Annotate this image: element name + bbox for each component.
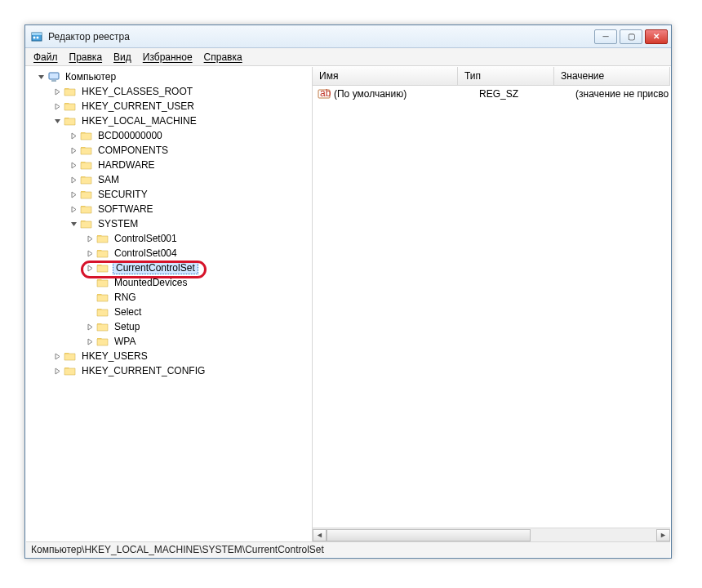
expand-icon[interactable] (69, 175, 78, 185)
collapse-icon[interactable] (69, 219, 78, 229)
menu-file[interactable]: Файл (33, 51, 58, 63)
col-value[interactable]: Значение (554, 67, 670, 85)
tree-root[interactable]: Компьютер (26, 69, 312, 84)
collapse-icon[interactable] (36, 72, 46, 82)
folder-icon (80, 217, 93, 230)
folder-icon (80, 203, 93, 216)
col-name[interactable]: Имя (313, 67, 458, 85)
svg-rect-4 (49, 73, 59, 79)
collapse-icon[interactable] (52, 116, 62, 126)
expand-icon[interactable] (52, 87, 62, 96)
horizontal-scrollbar[interactable]: ◄ ► (313, 528, 670, 541)
tree-item-hku[interactable]: HKEY_USERS (26, 349, 312, 363)
folder-icon (64, 350, 77, 363)
tree-label: HKEY_CURRENT_CONFIG (80, 365, 207, 376)
tree-item-hkcr[interactable]: HKEY_CLASSES_ROOT (26, 84, 312, 99)
tree-item-components[interactable]: COMPONENTS (26, 143, 312, 158)
string-value-icon: ab (318, 87, 331, 100)
col-type[interactable]: Тип (458, 67, 554, 85)
folder-icon (64, 85, 77, 98)
tree-item-hklm[interactable]: HKEY_LOCAL_MACHINE (26, 114, 312, 128)
cell-type: REG_SZ (479, 88, 575, 100)
app-icon (30, 30, 43, 43)
client-area: Компьютер HKEY_CLASSES_ROOT HKEY_CURRENT… (26, 67, 670, 541)
tree-item-hardware[interactable]: HARDWARE (26, 158, 312, 172)
scroll-left-button[interactable]: ◄ (313, 529, 327, 541)
tree-label: Select (113, 306, 143, 318)
expand-icon[interactable] (85, 234, 95, 243)
menu-view[interactable]: Вид (113, 51, 131, 63)
svg-text:ab: ab (320, 87, 331, 99)
tree-label: Компьютер (64, 71, 118, 82)
expand-icon[interactable] (85, 263, 95, 273)
svg-rect-5 (51, 80, 56, 82)
cell-name: (По умолчанию) (334, 88, 479, 100)
folder-icon (96, 291, 109, 304)
svg-point-3 (37, 36, 39, 38)
folder-icon (64, 364, 77, 377)
statusbar: Компьютер\HKEY_LOCAL_MACHINE\SYSTEM\Curr… (26, 541, 670, 557)
expand-icon[interactable] (85, 322, 95, 332)
tree-label: SAM (96, 174, 121, 185)
tree-item-cs004[interactable]: ControlSet004 (26, 246, 312, 261)
expand-icon[interactable] (69, 131, 78, 140)
close-button[interactable]: ✕ (645, 29, 668, 44)
expand-icon[interactable] (52, 366, 62, 376)
folder-icon (80, 188, 93, 201)
tree-label: HKEY_LOCAL_MACHINE (80, 115, 198, 127)
tree-item-hkcu[interactable]: HKEY_CURRENT_USER (26, 99, 312, 114)
tree-item-currentcontrolset[interactable]: CurrentControlSet (26, 261, 312, 275)
tree-label: HARDWARE (96, 159, 157, 171)
tree-item-software[interactable]: SOFTWARE (26, 202, 312, 216)
folder-icon (80, 158, 93, 172)
tree-label: SYSTEM (96, 218, 140, 229)
tree-item-select[interactable]: Select (26, 305, 312, 319)
menubar: Файл Правка Вид Избранное Справка (25, 48, 671, 66)
list-row[interactable]: ab (По умолчанию) REG_SZ (значение не пр… (313, 86, 670, 102)
expand-icon[interactable] (85, 336, 95, 346)
tree-item-wpa[interactable]: WPA (26, 334, 312, 349)
expand-icon[interactable] (69, 189, 78, 199)
tree-item-system[interactable]: SYSTEM (26, 216, 312, 231)
scroll-right-button[interactable]: ► (656, 529, 670, 541)
folder-icon (96, 320, 109, 333)
tree-item-hkcc[interactable]: HKEY_CURRENT_CONFIG (26, 363, 312, 378)
tree-label: MountedDevices (113, 277, 189, 288)
tree-item-mounteddevices[interactable]: MountedDevices (26, 275, 312, 290)
window-title: Редактор реестра (48, 31, 594, 42)
folder-icon (80, 129, 93, 142)
tree-item-security[interactable]: SECURITY (26, 187, 312, 202)
tree-item-rng[interactable]: RNG (26, 290, 312, 305)
folder-icon (64, 100, 77, 113)
computer-icon (47, 70, 60, 83)
menu-help[interactable]: Справка (204, 51, 242, 63)
tree-label: HKEY_CLASSES_ROOT (80, 86, 194, 97)
folder-icon (80, 144, 93, 157)
folder-icon (80, 173, 93, 186)
expand-icon[interactable] (85, 248, 95, 258)
tree-item-cs001[interactable]: ControlSet001 (26, 231, 312, 246)
titlebar[interactable]: Редактор реестра ─ ▢ ✕ (25, 25, 671, 48)
expand-icon[interactable] (52, 351, 62, 361)
menu-edit[interactable]: Правка (69, 51, 103, 63)
expand-icon[interactable] (52, 101, 62, 111)
scroll-track[interactable] (327, 529, 656, 541)
folder-icon (96, 261, 109, 274)
tree-item-setup[interactable]: Setup (26, 319, 312, 334)
folder-icon (96, 276, 109, 289)
tree-label: SECURITY (96, 189, 149, 200)
folder-icon (64, 114, 77, 127)
folder-icon (96, 232, 109, 245)
expand-icon[interactable] (69, 145, 78, 155)
tree-item-sam[interactable]: SAM (26, 172, 312, 187)
scroll-thumb[interactable] (327, 529, 531, 541)
expand-icon[interactable] (69, 204, 78, 214)
tree-item-bcd[interactable]: BCD00000000 (26, 128, 312, 143)
maximize-button[interactable]: ▢ (620, 29, 642, 44)
svg-rect-1 (32, 33, 42, 35)
tree-pane[interactable]: Компьютер HKEY_CLASSES_ROOT HKEY_CURRENT… (26, 67, 313, 541)
svg-point-2 (33, 36, 36, 38)
minimize-button[interactable]: ─ (594, 29, 617, 44)
expand-icon[interactable] (69, 160, 78, 170)
menu-favorites[interactable]: Избранное (143, 51, 193, 63)
